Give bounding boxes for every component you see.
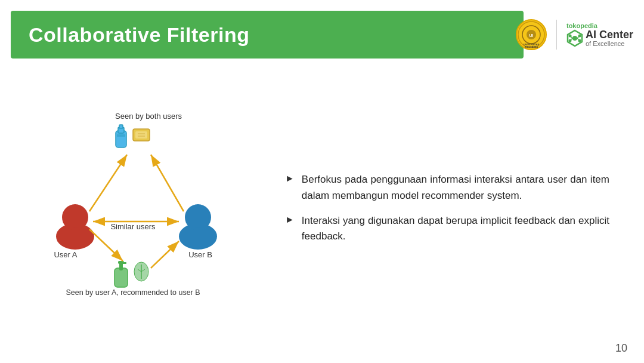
leaf-icon bbox=[134, 262, 148, 281]
user-b-icon bbox=[179, 204, 217, 250]
svg-rect-21 bbox=[135, 131, 147, 139]
user-b-label: User B bbox=[188, 250, 212, 259]
tokopedia-logo: tokopedia AI Center of Excellence bbox=[566, 22, 633, 47]
excellence-label: of Excellence bbox=[586, 40, 633, 47]
page-number: 10 bbox=[615, 342, 627, 355]
bullet-arrow-2: ► bbox=[285, 214, 295, 225]
collaborative-filtering-diagram: Seen by both users bbox=[23, 101, 249, 316]
header-bar: Collaborative Filtering bbox=[11, 11, 524, 59]
svg-text:INDONESIA: INDONESIA bbox=[525, 45, 538, 48]
user-a-icon bbox=[56, 204, 94, 250]
ai-center-label: AI Center bbox=[586, 29, 633, 40]
lotion-icon bbox=[114, 261, 128, 287]
label-similar-users: Similar users bbox=[110, 222, 156, 231]
svg-rect-19 bbox=[117, 134, 125, 137]
bullet-text-1: Berfokus pada penggunaan informasi inter… bbox=[302, 172, 609, 204]
svg-line-43 bbox=[151, 241, 179, 268]
svg-line-41 bbox=[151, 155, 184, 211]
svg-rect-18 bbox=[119, 125, 123, 128]
label-seen-both: Seen by both users bbox=[115, 112, 182, 121]
logo-divider bbox=[556, 20, 557, 50]
svg-text:UI: UI bbox=[529, 33, 533, 38]
user-a-label: User A bbox=[54, 250, 77, 259]
label-seen-a: Seen by user A, recommended to user B bbox=[66, 288, 200, 297]
perfume-icon bbox=[116, 125, 126, 147]
bullet-item-2: ► Interaksi yang digunakan dapat berupa … bbox=[285, 213, 609, 245]
hexagon-icon bbox=[566, 29, 583, 47]
svg-rect-33 bbox=[122, 262, 126, 264]
bullet-arrow-1: ► bbox=[285, 173, 295, 184]
soap-icon bbox=[133, 129, 150, 141]
logo-area: UI UNIVERSITAS INDONESIA tokopedia bbox=[514, 11, 633, 59]
svg-point-29 bbox=[187, 207, 209, 228]
text-area: ► Berfokus pada penggunaan informasi int… bbox=[261, 160, 633, 256]
diagram-area: Seen by both users bbox=[11, 95, 261, 322]
svg-line-42 bbox=[89, 229, 123, 261]
ai-center-text: AI Center of Excellence bbox=[586, 29, 633, 47]
ui-logo: UI UNIVERSITAS INDONESIA bbox=[516, 19, 547, 50]
svg-rect-30 bbox=[114, 268, 128, 287]
svg-line-40 bbox=[89, 155, 127, 211]
bullet-text-2: Interaksi yang digunakan dapat berupa im… bbox=[302, 213, 609, 245]
ui-logo-circle: UI UNIVERSITAS INDONESIA bbox=[516, 19, 547, 50]
svg-point-26 bbox=[64, 207, 86, 228]
ai-center-main: AI Center of Excellence bbox=[566, 29, 633, 47]
slide-title: Collaborative Filtering bbox=[29, 23, 249, 47]
svg-point-7 bbox=[572, 36, 577, 41]
content-area: Seen by both users bbox=[11, 72, 633, 345]
bullet-item-1: ► Berfokus pada penggunaan informasi int… bbox=[285, 172, 609, 204]
